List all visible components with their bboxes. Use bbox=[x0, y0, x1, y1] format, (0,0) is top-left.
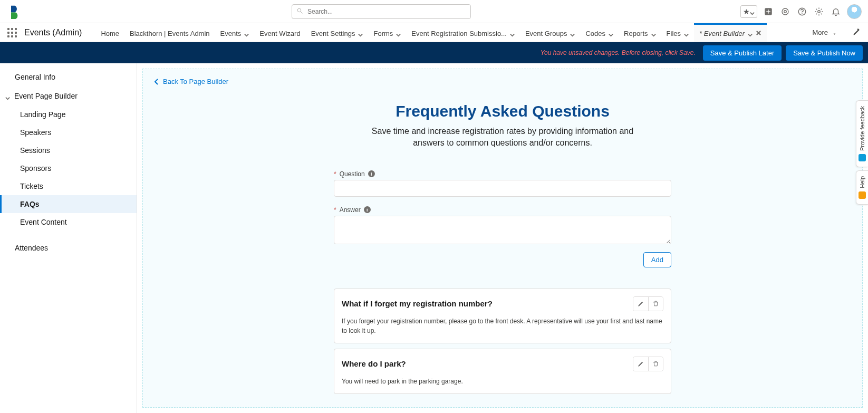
nav-more[interactable]: More bbox=[812, 28, 828, 36]
help-badge-icon bbox=[859, 191, 866, 199]
action-bar: You have unsaved changes. Before closing… bbox=[0, 42, 868, 63]
back-link-label: Back To Page Builder bbox=[163, 78, 228, 85]
gear-icon[interactable] bbox=[813, 6, 825, 17]
edit-button[interactable] bbox=[633, 357, 648, 371]
save-publish-later-button[interactable]: Save & Publish Later bbox=[703, 45, 782, 61]
question-label: *Question i bbox=[334, 170, 671, 178]
back-to-page-builder-link[interactable]: Back To Page Builder bbox=[153, 69, 825, 92]
favorites-chip[interactable]: ★ bbox=[740, 5, 757, 18]
plus-icon[interactable] bbox=[763, 6, 774, 17]
nav-item[interactable]: Event Registration Submissio... bbox=[406, 23, 520, 42]
edit-button[interactable] bbox=[633, 297, 648, 311]
pencil-icon bbox=[638, 360, 644, 367]
feedback-badge-icon bbox=[859, 154, 866, 161]
star-icon: ★ bbox=[743, 7, 750, 16]
trash-icon bbox=[652, 360, 659, 367]
sidebar: General Info Event Page Builder Landing … bbox=[0, 63, 137, 413]
nav-item-label: Event Registration Submissio... bbox=[411, 30, 507, 37]
nav-item[interactable]: Files bbox=[661, 23, 694, 42]
search-input[interactable] bbox=[306, 7, 466, 16]
nav-item-label: Events bbox=[220, 30, 242, 37]
chevron-down-icon[interactable] bbox=[748, 31, 753, 36]
sidebar-item[interactable]: Sponsors bbox=[0, 159, 137, 177]
nav-item[interactable]: Event Wizard bbox=[254, 23, 305, 42]
answer-input[interactable] bbox=[334, 216, 671, 244]
sidebar-item[interactable]: FAQs bbox=[0, 195, 137, 213]
sidebar-item-event-page-builder[interactable]: Event Page Builder bbox=[0, 87, 137, 105]
delete-button[interactable] bbox=[648, 357, 663, 371]
nav-item-label: Forms bbox=[373, 30, 393, 37]
nav-item[interactable]: Codes bbox=[580, 23, 619, 42]
svg-point-0 bbox=[297, 8, 301, 12]
chevron-left-icon bbox=[153, 79, 160, 85]
user-avatar[interactable] bbox=[847, 4, 862, 19]
app-launcher-icon[interactable] bbox=[6, 27, 18, 39]
faq-answer: You will need to park in the parking gar… bbox=[342, 377, 663, 386]
nav-item-label: Home bbox=[101, 30, 119, 37]
save-publish-now-button[interactable]: Save & Publish Now bbox=[786, 45, 863, 61]
bell-icon[interactable] bbox=[830, 6, 842, 17]
chevron-down-icon bbox=[570, 31, 575, 36]
search-icon bbox=[296, 7, 306, 16]
nav-item[interactable]: Forms bbox=[368, 23, 406, 42]
svg-point-8 bbox=[802, 13, 803, 14]
brand-logo bbox=[7, 4, 22, 19]
tab-label: * Event Builder bbox=[699, 30, 745, 37]
sidebar-item[interactable]: Landing Page bbox=[0, 105, 137, 123]
builder-canvas: Back To Page Builder Frequently Asked Qu… bbox=[142, 69, 863, 408]
tab-event-builder[interactable]: * Event Builder bbox=[694, 23, 767, 42]
delete-button[interactable] bbox=[648, 297, 663, 311]
info-icon[interactable]: i bbox=[368, 170, 375, 177]
faq-answer: If you forget your registration number, … bbox=[342, 316, 663, 335]
info-icon[interactable]: i bbox=[364, 206, 371, 213]
nav-item-label: Event Groups bbox=[525, 30, 567, 37]
chevron-down-icon bbox=[396, 31, 401, 36]
nav-item[interactable]: Home bbox=[95, 23, 124, 42]
nav-item[interactable]: Blackthorn | Events Admin bbox=[124, 23, 215, 42]
sidebar-item-attendees[interactable]: Attendees bbox=[0, 238, 137, 257]
answer-label: *Answer i bbox=[334, 206, 671, 214]
nav-item-label: Files bbox=[667, 30, 681, 37]
chevron-down-icon bbox=[358, 31, 363, 36]
close-icon[interactable] bbox=[756, 30, 761, 37]
target-icon[interactable] bbox=[779, 6, 791, 17]
chevron-down-icon bbox=[651, 31, 656, 36]
add-button[interactable]: Add bbox=[643, 252, 671, 267]
sidebar-item[interactable]: Event Content bbox=[0, 213, 137, 231]
chevron-down-icon bbox=[244, 31, 249, 36]
pencil-icon bbox=[638, 300, 644, 307]
question-input[interactable] bbox=[334, 180, 671, 197]
help-icon[interactable] bbox=[796, 6, 808, 17]
global-search[interactable] bbox=[292, 4, 471, 19]
nav-item[interactable]: Event Settings bbox=[306, 23, 369, 42]
svg-point-5 bbox=[782, 8, 788, 15]
sidebar-item[interactable]: Tickets bbox=[0, 177, 137, 195]
svg-point-6 bbox=[784, 10, 787, 13]
nav-item-label: Event Settings bbox=[311, 30, 355, 37]
sidebar-item[interactable]: Sessions bbox=[0, 141, 137, 159]
faq-card: What if I forget my registration number?… bbox=[334, 289, 671, 343]
nav-item-label: Codes bbox=[585, 30, 605, 37]
svg-marker-12 bbox=[833, 33, 836, 35]
page-subtitle: Save time and increase registration rate… bbox=[355, 126, 650, 149]
sidebar-item-general-info[interactable]: General Info bbox=[0, 68, 137, 87]
nav-item-label: Blackthorn | Events Admin bbox=[130, 30, 210, 37]
svg-point-9 bbox=[818, 10, 821, 13]
faq-question: Where do I park? bbox=[342, 359, 633, 368]
unsaved-message: You have unsaved changes. Before closing… bbox=[541, 49, 696, 56]
feedback-tab[interactable]: Provide feedback bbox=[856, 100, 868, 167]
nav-bar: Events (Admin) HomeBlackthorn | Events A… bbox=[0, 23, 868, 42]
nav-item-label: Event Wizard bbox=[259, 30, 300, 37]
nav-item[interactable]: Events bbox=[215, 23, 255, 42]
chevron-down-icon bbox=[510, 31, 515, 36]
chevron-down-icon bbox=[609, 31, 613, 36]
nav-item[interactable]: Event Groups bbox=[520, 23, 581, 42]
sidebar-item[interactable]: Speakers bbox=[0, 123, 137, 141]
help-tab[interactable]: Help bbox=[856, 170, 868, 205]
faq-question: What if I forget my registration number? bbox=[342, 299, 633, 308]
caret-down-icon[interactable] bbox=[832, 30, 837, 35]
faq-card: Where do I park?You will need to park in… bbox=[334, 349, 671, 394]
nav-item[interactable]: Reports bbox=[619, 23, 661, 42]
pencil-icon[interactable] bbox=[853, 28, 861, 37]
faq-actions bbox=[633, 296, 663, 311]
